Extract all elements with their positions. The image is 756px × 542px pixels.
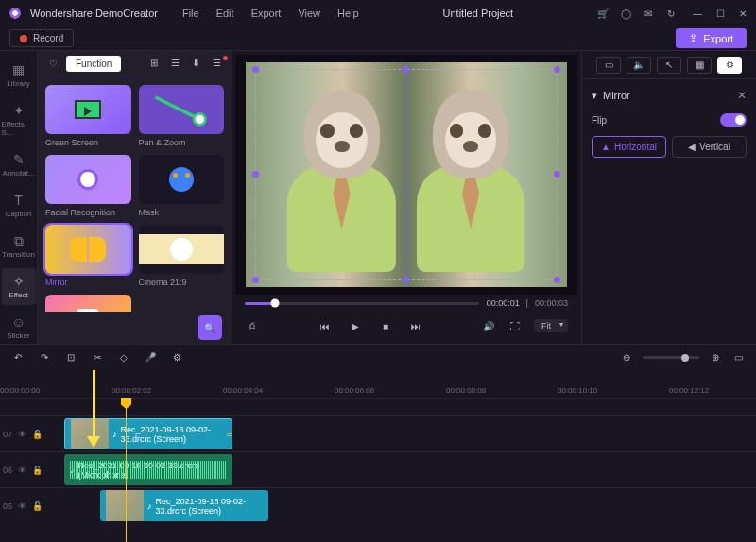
eye-icon[interactable]: 👁 <box>18 466 26 475</box>
prop-tab-audio[interactable]: 🔈 <box>627 57 651 74</box>
sidebar-annotate[interactable]: ✎Annotat... <box>2 146 36 183</box>
sidebar-transition[interactable]: ⧉Transition <box>2 228 36 264</box>
vertical-button[interactable]: ◀Vertical <box>672 136 747 158</box>
annotate-icon: ✎ <box>11 152 26 167</box>
timeline-ruler[interactable]: 00:00:00:0000:00:02:0200:00:04:0400:00:0… <box>0 370 756 398</box>
menu-help[interactable]: Help <box>337 8 359 19</box>
sync-icon[interactable]: ↻ <box>665 8 677 19</box>
effect-cinema[interactable]: Cinema 21:9 <box>139 225 225 287</box>
zoom-fit-icon[interactable]: ▭ <box>731 351 745 364</box>
record-label: Record <box>33 33 63 43</box>
music-icon: ♪ <box>112 430 117 439</box>
playhead[interactable] <box>126 398 127 542</box>
menu-edit[interactable]: Edit <box>216 8 234 19</box>
prev-icon[interactable]: ⏮ <box>318 318 333 333</box>
maximize-icon[interactable]: ☐ <box>714 8 726 19</box>
sidebar-sticker[interactable]: ☺Sticker <box>2 309 36 344</box>
favorites-tab[interactable]: ♡ <box>43 55 62 74</box>
message-icon[interactable]: ✉ <box>643 8 654 19</box>
zoom-in-icon[interactable]: ⊕ <box>709 351 722 364</box>
project-title: Untitled Project <box>367 8 590 19</box>
menu-bar: File Edit Export View Help <box>182 8 359 19</box>
chevron-down-icon[interactable]: ▾ <box>592 90 597 102</box>
prop-tab-video[interactable]: ▭ <box>596 57 621 74</box>
settings-icon[interactable]: ⚙ <box>170 351 183 364</box>
eye-icon[interactable]: 👁 <box>18 430 26 439</box>
effect-extra[interactable] <box>45 295 131 312</box>
lock-icon[interactable]: 🔓 <box>32 501 43 511</box>
menu-file[interactable]: File <box>182 8 199 19</box>
effect-pan-zoom[interactable]: Pan & Zoom <box>139 85 225 147</box>
audio-track: 06👁🔓 ♪Rec_2021-09-18 09-02-33.drcrc (Mic… <box>0 451 756 487</box>
horizontal-button[interactable]: ▲Horizontal <box>592 136 666 158</box>
export-button[interactable]: ⇪ Export <box>676 28 747 48</box>
crop-icon[interactable]: ⊡ <box>64 351 77 364</box>
effect-green-screen[interactable]: Green Screen <box>45 85 131 147</box>
sidebar-caption[interactable]: TCaption <box>2 187 36 224</box>
prop-tab-effect[interactable]: ⚙ <box>717 57 742 74</box>
undo-icon[interactable]: ↶ <box>11 351 25 364</box>
flip-row: Flip <box>592 113 747 127</box>
section-title: Mirror <box>603 90 630 101</box>
search-button[interactable]: 🔍 <box>198 315 222 340</box>
mic-icon[interactable]: 🎤 <box>144 351 157 364</box>
record-button[interactable]: Record <box>9 29 74 47</box>
audio-clip[interactable]: ♪Rec_2021-09-18 09-02-33.drcrc (Micropho… <box>64 454 232 485</box>
download-icon[interactable]: ⬇ <box>192 58 205 71</box>
props-tabs: ▭ 🔈 ↖ ▦ ⚙ <box>582 51 756 79</box>
split-icon[interactable]: ✂ <box>91 351 104 364</box>
zoom-slider[interactable] <box>643 356 699 359</box>
function-tab[interactable]: Function <box>66 56 121 72</box>
play-icon[interactable]: ▶ <box>348 318 363 333</box>
flip-toggle[interactable] <box>720 113 747 127</box>
scrub-track[interactable] <box>245 302 479 305</box>
fit-select[interactable]: Fit <box>534 319 568 332</box>
ruler-mark: 00:00:08:08 <box>446 386 486 395</box>
next-icon[interactable]: ⏭ <box>408 318 423 333</box>
more-icon[interactable]: ☰ <box>213 58 226 71</box>
svg-point-0 <box>194 113 205 125</box>
redo-icon[interactable]: ↷ <box>38 351 51 364</box>
menu-export[interactable]: Export <box>251 8 282 19</box>
stop-icon[interactable]: ■ <box>378 318 393 333</box>
list-view-icon[interactable]: ☰ <box>171 58 184 71</box>
close-icon[interactable]: ✕ <box>737 8 748 19</box>
video-track: 07👁🔓 ♪Rec_2021-09-18 09-02-33.drcrc (Scr… <box>0 415 756 451</box>
effect-mask[interactable]: Mask <box>139 155 225 217</box>
flip-buttons: ▲Horizontal ◀Vertical <box>592 136 747 158</box>
close-section-icon[interactable]: ✕ <box>737 89 747 102</box>
preview-area: 00:00:01 | 00:00:03 ⎙ ⏮ ▶ ■ ⏭ 🔊 ⛶ Fit <box>232 51 581 344</box>
grid-view-icon[interactable]: ⊞ <box>150 58 163 71</box>
lock-icon[interactable]: 🔓 <box>32 430 43 439</box>
lock-icon[interactable]: 🔓 <box>32 466 43 475</box>
transition-icon: ⧉ <box>11 233 26 248</box>
preview-canvas[interactable] <box>235 55 577 295</box>
minimize-icon[interactable]: — <box>692 8 703 19</box>
effects-search-row: 🔍 <box>38 312 232 344</box>
mirror-section: ▾ Mirror ✕ Flip ▲Horizontal ◀Vertical <box>582 79 756 167</box>
scrub-thumb[interactable] <box>271 299 280 308</box>
screen-track: 05👁🔓 ♪Rec_2021-09-18 09-02-33.drcrc (Scr… <box>0 487 756 523</box>
prop-tab-image[interactable]: ▦ <box>687 57 712 74</box>
selection-box[interactable] <box>255 69 558 280</box>
sidebar-effect[interactable]: ✧Effect <box>2 268 36 305</box>
effects-panel: ♡ Function ⊞ ☰ ⬇ ☰ Green ScreenPan & Zoo… <box>38 51 232 344</box>
window-controls: — ☐ ✕ <box>692 8 748 19</box>
sidebar: ▦Library ✦Effects S... ✎Annotat... TCapt… <box>0 51 38 344</box>
fullscreen-icon[interactable]: ⛶ <box>507 318 523 333</box>
snapshot-icon[interactable]: ⎙ <box>245 318 260 333</box>
sidebar-effects-store[interactable]: ✦Effects S... <box>2 97 36 143</box>
ruler-mark: 00:00:06:06 <box>335 386 374 395</box>
volume-icon[interactable]: 🔊 <box>481 318 496 333</box>
prop-tab-cursor[interactable]: ↖ <box>657 57 681 74</box>
user-icon[interactable]: ◯ <box>620 8 631 19</box>
marker-icon[interactable]: ◇ <box>117 351 130 364</box>
eye-icon[interactable]: 👁 <box>18 501 26 511</box>
cart-icon[interactable]: 🛒 <box>597 8 609 19</box>
zoom-out-icon[interactable]: ⊖ <box>620 351 633 364</box>
menu-view[interactable]: View <box>298 8 320 19</box>
sticker-icon: ☺ <box>11 314 26 330</box>
effect-facial[interactable]: Facial Recognition <box>45 155 131 217</box>
effect-mirror[interactable]: Mirror <box>45 225 131 287</box>
sidebar-library[interactable]: ▦Library <box>2 57 36 93</box>
